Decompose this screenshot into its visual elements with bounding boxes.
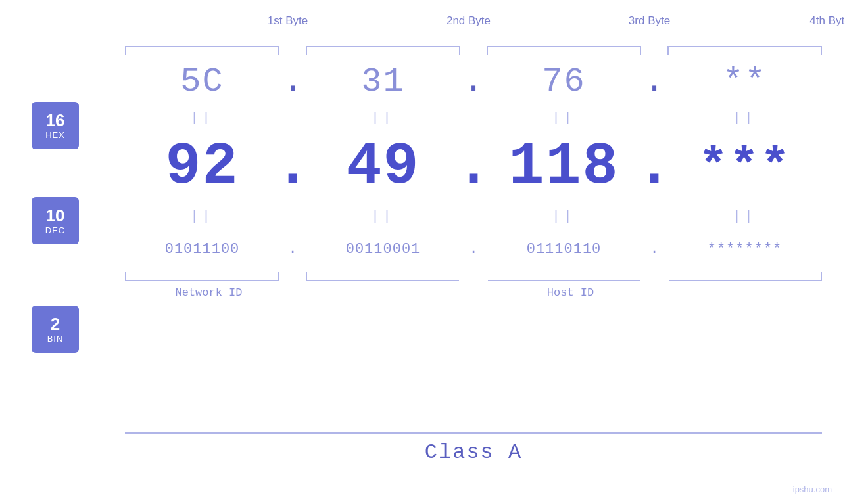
dec-badge-label: DEC (45, 225, 65, 235)
network-id-label: Network ID (125, 286, 293, 299)
dec-b3-cell: 118 (487, 133, 641, 200)
dec-b4: *** (698, 139, 791, 195)
dec-row: 92 . 49 . 118 . *** (125, 127, 822, 206)
dec-b4-cell: *** (667, 139, 822, 195)
bin-dot3: . (641, 241, 667, 258)
dec-b2-cell: 49 (306, 133, 460, 200)
eq1-2: || (306, 110, 460, 126)
col-header-4: 4th Byte (753, 14, 845, 28)
hex-b2-cell: 31 (306, 62, 460, 101)
dec-dot2: . (460, 133, 487, 200)
bin-dot2: . (460, 241, 487, 258)
dec-badge-num: 10 (46, 206, 65, 225)
bin-row: 01011100 . 00110001 . 01110110 . *******… (125, 226, 822, 272)
eq1-4: || (667, 110, 822, 126)
hex-dot2: . (460, 62, 487, 101)
hex-dot3: . (641, 62, 667, 101)
hex-b1: 5C (180, 62, 224, 101)
eq2-2: || (306, 209, 460, 224)
dec-b1: 92 (165, 133, 239, 200)
class-a-label: Class A (125, 440, 822, 465)
equals-row-2: || || || || (125, 206, 822, 226)
dec-b2: 49 (346, 133, 420, 200)
hex-b1-cell: 5C (125, 62, 279, 101)
dec-b1-cell: 92 (125, 133, 279, 200)
main-container: 16 HEX 10 DEC 2 BIN 1st Byte 2nd Byte 3r… (0, 0, 845, 504)
hex-dot1: . (279, 62, 306, 101)
dec-badge: 10 DEC (32, 197, 79, 244)
bin-dot1: . (279, 241, 306, 258)
class-bar-line (125, 432, 822, 434)
bin-b4: ******** (708, 241, 783, 258)
hex-b4: ** (723, 62, 766, 101)
bin-b1: 01011100 (165, 241, 240, 258)
bin-b1-cell: 01011100 (125, 241, 279, 258)
hex-b4-cell: ** (667, 62, 822, 101)
col-header-1: 1st Byte (210, 14, 365, 28)
host-id-label: Host ID (319, 286, 822, 299)
bin-badge-num: 2 (51, 315, 60, 334)
hex-b3-cell: 76 (487, 62, 641, 101)
bin-b3-cell: 01110110 (487, 241, 641, 258)
bin-b2-cell: 00110001 (306, 241, 460, 258)
eq1-1: || (125, 110, 279, 126)
bin-b3: 01110110 (527, 241, 602, 258)
col-header-3: 3rd Byte (572, 14, 727, 28)
hex-badge: 16 HEX (32, 102, 79, 149)
bin-badge: 2 BIN (32, 306, 79, 353)
eq1-3: || (487, 110, 641, 126)
bin-b4-cell: ******** (667, 241, 822, 258)
equals-row-1: || || || || (125, 108, 822, 127)
bottom-brackets (125, 272, 822, 281)
eq2-1: || (125, 209, 279, 224)
watermark: ipshu.com (793, 484, 832, 494)
eq2-3: || (487, 209, 641, 224)
dec-dot1: . (279, 133, 306, 200)
class-bar-container: Class A (125, 432, 822, 465)
eq2-4: || (667, 209, 822, 224)
bin-b2: 00110001 (346, 241, 421, 258)
hex-b3: 76 (542, 62, 585, 101)
hex-badge-label: HEX (45, 130, 65, 140)
dec-dot3: . (641, 133, 667, 200)
bin-badge-label: BIN (47, 334, 64, 344)
hex-b2: 31 (361, 62, 404, 101)
hex-row: 5C . 31 . 76 . ** (125, 55, 822, 108)
hex-badge-num: 16 (46, 111, 65, 130)
dec-b3: 118 (508, 133, 619, 200)
ip-grid: 5C . 31 . 76 . ** || || (125, 46, 822, 299)
id-labels: Network ID Host ID (125, 286, 822, 299)
col-header-2: 2nd Byte (391, 14, 546, 28)
top-brackets (125, 46, 822, 55)
